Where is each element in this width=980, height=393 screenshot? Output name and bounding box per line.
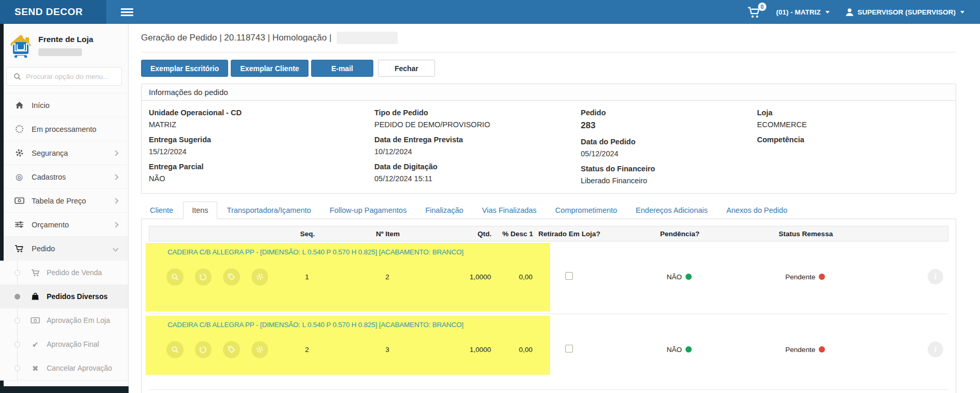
red-status-dot: [819, 274, 825, 280]
chevron-down-icon: [825, 11, 830, 13]
sidebar-subitem-aprovacao-final[interactable]: ✔ Aprovação Final: [0, 332, 128, 356]
tab-follow-up-pagamentos[interactable]: Follow-up Pagamentos: [321, 201, 415, 219]
sidebar-item-label: Início: [32, 101, 50, 110]
spinner-icon: [13, 125, 25, 133]
sidebar-menu: Início Em processamento Segurança ◎ Cada…: [0, 93, 128, 381]
chevron-right-icon: [113, 150, 118, 156]
sidebar-item-cadastros[interactable]: ◎ Cadastros: [0, 165, 128, 189]
chevron-down-icon: [113, 246, 118, 251]
order-info-panel: Informações do pedido Unidade Operaciona…: [141, 84, 956, 194]
qtd-value: 1,0000: [429, 273, 491, 281]
items-table-header: Seq. Nº Item Qtd. % Desc 1 Retirado Em L…: [149, 226, 948, 241]
field-value: Liberado Financeiro: [581, 177, 757, 185]
pedido-submenu: Pedido de Venda Pedidos Diversos: [0, 261, 128, 381]
item-number-value: 3: [346, 346, 429, 354]
table-row: CADEIRA C/B ALLEGRA PP - [DIMENSÃO: L 0.…: [149, 314, 948, 390]
sidebar-subitem-aprovacao-em-loja[interactable]: Aprovação Em Loja: [0, 308, 128, 332]
sidebar-item-orcamento[interactable]: Orçamento: [0, 213, 128, 237]
field-label: Competência: [757, 135, 948, 144]
redacted-client-name: [337, 32, 398, 44]
tab-anexos-do-pedido[interactable]: Anexos do Pedido: [718, 201, 796, 219]
sidebar-toggle-icon[interactable]: [121, 7, 133, 18]
tab-finalizacao[interactable]: Finalização: [416, 201, 472, 219]
sidebar: Frente de Loja Início Em processamento: [0, 24, 129, 393]
timeline-dot: [15, 318, 20, 323]
retirado-em-loja-checkbox[interactable]: [565, 272, 573, 280]
user-menu[interactable]: SUPERVISOR (SUPERVISOR): [845, 8, 964, 17]
field-value: 05/12/2024 15:11: [374, 174, 581, 183]
table-row: CADEIRA C/B ALLEGRA PP - [DIMENSÃO: L 0.…: [149, 241, 948, 314]
tab-vias-finalizadas[interactable]: Vias Finalizadas: [473, 201, 545, 219]
x-icon: ✖: [30, 364, 40, 372]
field-value: PEDIDO DE DEMO/PROVISORIO: [374, 120, 581, 129]
retirado-em-loja-checkbox[interactable]: [565, 345, 573, 353]
exemplar-cliente-button[interactable]: Exemplar Cliente: [231, 60, 309, 77]
history-button[interactable]: [195, 268, 212, 286]
sidebar-item-tabela-de-preco[interactable]: Tabela de Preço: [0, 189, 128, 213]
page: SEND DECOR 0 (01) - MATRIZ SUPERVISO: [0, 0, 980, 393]
target-icon: ◎: [13, 173, 25, 181]
sidebar-item-label: Tabela de Preço: [32, 197, 86, 205]
field-label: Data de Entrega Prevista: [374, 135, 581, 144]
sidebar-subitem-cancelar-aprovacao[interactable]: ✖ Cancelar Aprovação: [0, 356, 128, 380]
brand-block[interactable]: SEND DECOR: [0, 0, 106, 24]
sidebar-item-seguranca[interactable]: Segurança: [0, 141, 128, 165]
tab-enderecos-adicionais[interactable]: Endereços Adicionais: [627, 201, 717, 219]
user-menu-label: SUPERVISOR (SUPERVISOR): [858, 8, 956, 16]
col-header-desc1: % Desc 1: [492, 230, 533, 238]
sidebar-item-inicio[interactable]: Início: [0, 93, 128, 117]
redacted-store-name: [38, 48, 82, 56]
history-button[interactable]: [195, 341, 212, 358]
info-icon[interactable]: [928, 269, 943, 284]
tab-itens[interactable]: Itens: [183, 201, 217, 219]
retirado-cell: [533, 272, 605, 281]
exemplar-escritorio-button[interactable]: Exemplar Escritório: [141, 60, 228, 77]
breadcrumb: Geração de Pedido | 20.118743 | Homologa…: [141, 33, 331, 43]
tag-icon: [228, 346, 235, 354]
sidebar-item-pedido[interactable]: Pedido: [0, 237, 128, 261]
green-status-dot: [685, 346, 692, 353]
info-cell: [857, 342, 948, 357]
sidebar-subitem-label: Aprovação Final: [47, 340, 99, 348]
field-value: [757, 147, 948, 155]
tag-button[interactable]: [223, 268, 240, 286]
order-info-title: Informações do pedido: [142, 84, 956, 101]
brand-logo-text: SEND DECOR: [15, 6, 83, 18]
store-selector[interactable]: (01) - MATRIZ: [776, 8, 830, 16]
gear-icon: [256, 345, 264, 354]
pendencia-cell: NÃO: [605, 346, 753, 354]
field-value: 15/12/2024: [149, 147, 374, 156]
sidebar-item-em-processamento[interactable]: Em processamento: [0, 117, 128, 141]
field-label: Entrega Sugerida: [149, 135, 374, 144]
app-title: Frente de Loja: [38, 35, 93, 44]
menu-search-input[interactable]: [26, 73, 121, 80]
chevron-right-icon: [113, 174, 118, 180]
user-icon: [845, 8, 854, 17]
sidebar-subitem-label: Pedido de Venda: [47, 268, 102, 277]
order-info-col-2: Tipo de Pedido PEDIDO DE DEMO/PROVISORIO…: [374, 102, 581, 185]
row-values: 1 2 1,0000 0,00 NÃO Pendente: [149, 266, 948, 287]
fechar-button[interactable]: Fechar: [378, 60, 435, 77]
search-icon: [171, 273, 179, 281]
sidebar-subitem-pedido-de-venda[interactable]: Pedido de Venda: [0, 261, 128, 284]
zoom-item-button[interactable]: [166, 268, 184, 286]
col-header-seq: Seq.: [269, 230, 346, 238]
col-header-pendencia: Pendência?: [606, 230, 754, 238]
seq-value: 1: [268, 273, 346, 281]
info-icon[interactable]: [928, 342, 943, 357]
sidebar-subitem-label: Cancelar Aprovação: [47, 364, 112, 372]
sidebar-subitem-pedidos-diversos[interactable]: Pedidos Diversos: [0, 284, 128, 308]
gear-button[interactable]: [251, 268, 269, 286]
email-button[interactable]: E-mail: [311, 60, 373, 77]
breadcrumb-row: Geração de Pedido | 20.118743 | Homologa…: [141, 24, 956, 52]
tag-button[interactable]: [223, 341, 240, 358]
sliders-icon: [13, 221, 25, 228]
cart-button[interactable]: 0: [747, 6, 761, 18]
check-icon: ✔: [30, 341, 40, 348]
tab-comprometimento[interactable]: Comprometimento: [547, 201, 626, 219]
zoom-item-button[interactable]: [166, 341, 184, 358]
tab-transportadora-icamento[interactable]: Transportadora/Içamento: [218, 201, 320, 219]
gears-icon: [13, 148, 25, 157]
tab-cliente[interactable]: Cliente: [141, 201, 182, 219]
gear-button[interactable]: [251, 341, 269, 358]
